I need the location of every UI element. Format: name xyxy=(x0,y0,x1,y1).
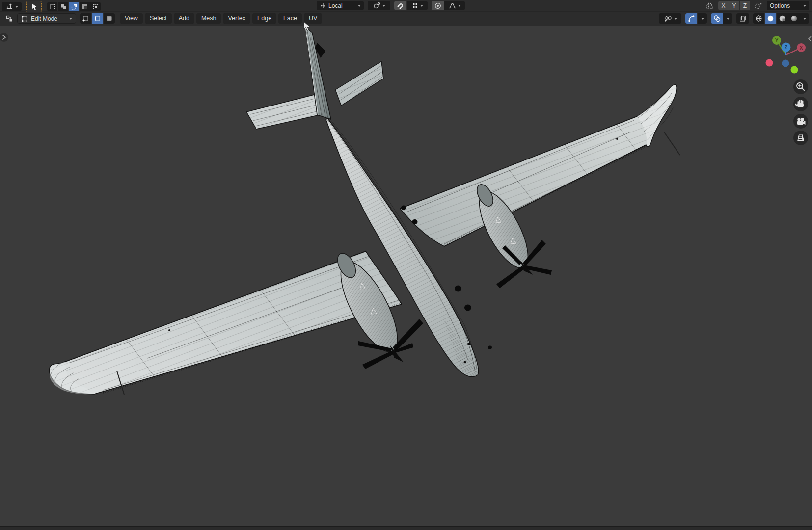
xray-icon xyxy=(739,15,746,23)
chevron-down-icon xyxy=(15,6,18,8)
proportional-projected-icon[interactable] xyxy=(754,2,763,10)
snap-increment-icon xyxy=(412,2,418,9)
proportional-editing-toggle[interactable] xyxy=(432,1,444,10)
overlays-group xyxy=(711,13,732,24)
orientation-label: Local xyxy=(328,3,343,9)
3d-viewport[interactable]: Y Z X xyxy=(0,0,812,530)
gizmo-axis-z-neg[interactable] xyxy=(782,60,789,67)
pivot-icon xyxy=(373,2,380,9)
menu-vertex[interactable]: Vertex xyxy=(223,13,250,24)
menu-add[interactable]: Add xyxy=(174,13,194,24)
editor-type-button[interactable] xyxy=(3,14,16,23)
show-overlays-toggle[interactable] xyxy=(711,13,723,24)
mode-label: Edit Mode xyxy=(31,16,57,22)
mirror-icon[interactable] xyxy=(704,2,714,10)
select-invert-icon xyxy=(81,3,88,10)
proportional-falloff-dropdown[interactable] xyxy=(444,1,465,10)
mesh-select-mode-group xyxy=(80,13,115,24)
object-visibility-dropdown[interactable] xyxy=(659,13,681,24)
rendered-sphere-icon xyxy=(790,15,798,22)
overlays-icon xyxy=(713,15,721,22)
material-preview-sphere-icon xyxy=(779,15,786,22)
face-select-icon xyxy=(106,15,113,22)
menu-view[interactable]: View xyxy=(120,13,143,24)
menu-edge[interactable]: Edge xyxy=(252,13,276,24)
gizmos-group xyxy=(685,13,707,24)
xray-toggle[interactable] xyxy=(736,13,749,24)
chevron-down-icon xyxy=(458,5,461,7)
select-intersect-button[interactable] xyxy=(90,2,101,11)
select-extend-icon xyxy=(60,3,67,10)
vertex-select-icon xyxy=(82,15,89,22)
select-extend-button[interactable] xyxy=(58,2,68,11)
magnet-icon xyxy=(397,2,404,9)
edit-mode-icon xyxy=(21,15,28,22)
overlays-dropdown[interactable] xyxy=(723,13,732,24)
gizmo-axis-x-neg[interactable] xyxy=(766,59,773,67)
menu-select[interactable]: Select xyxy=(145,13,172,24)
select-invert-button[interactable] xyxy=(80,2,90,11)
select-intersect-icon xyxy=(92,3,99,10)
mirror-x-label: X xyxy=(721,3,725,9)
face-select-button[interactable] xyxy=(104,13,115,24)
pivot-point-dropdown[interactable] xyxy=(368,1,390,10)
chevron-down-icon xyxy=(358,5,361,7)
mirror-z-button[interactable]: Z xyxy=(740,1,750,10)
options-dropdown[interactable]: Options xyxy=(767,1,809,10)
select-set-button[interactable] xyxy=(47,2,57,11)
editor-type-icon xyxy=(5,15,13,23)
wireframe-globe-icon xyxy=(755,15,762,22)
select-subtract-icon xyxy=(71,3,78,10)
camera-view-button[interactable] xyxy=(793,114,808,129)
header-menus: View Select Add Mesh Vertex Edge Face UV xyxy=(120,13,324,24)
viewport-header: Edit Mode View xyxy=(0,12,812,26)
chevron-down-icon xyxy=(420,5,423,7)
svg-text:Y: Y xyxy=(775,38,779,43)
snapping-group xyxy=(394,1,428,10)
select-subtract-button[interactable] xyxy=(69,2,79,11)
blender-window: { "tool_settings": { "orientation_label"… xyxy=(0,0,812,530)
snap-target-dropdown[interactable] xyxy=(407,1,428,10)
pan-hand-button[interactable] xyxy=(793,97,808,111)
menu-face[interactable]: Face xyxy=(278,13,302,24)
shading-material-button[interactable] xyxy=(777,13,788,24)
cursor-tool-icon xyxy=(30,3,37,11)
gizmo-icon xyxy=(688,15,695,22)
mode-selector-dropdown[interactable]: Edit Mode xyxy=(17,13,76,24)
zoom-button[interactable] xyxy=(793,80,808,94)
chevron-down-icon xyxy=(803,18,806,20)
svg-text:X: X xyxy=(800,45,803,51)
mirror-x-button[interactable]: X xyxy=(718,1,729,10)
active-tool-tweak[interactable] xyxy=(26,1,42,12)
gizmo-axis-y[interactable]: Y xyxy=(772,36,781,45)
chevron-down-icon xyxy=(803,5,806,7)
chevron-down-icon xyxy=(727,18,730,20)
shading-rendered-button[interactable] xyxy=(788,13,800,24)
transform-orientation-dropdown[interactable]: Local xyxy=(317,1,364,10)
solid-sphere-icon xyxy=(767,15,774,22)
gizmo-axis-x[interactable]: X xyxy=(797,43,806,52)
chevron-down-icon xyxy=(701,18,704,20)
mouse-cursor xyxy=(303,21,312,32)
visibility-eye-icon xyxy=(664,15,672,22)
mirror-y-button[interactable]: Y xyxy=(729,1,739,10)
mirror-y-label: Y xyxy=(732,3,736,9)
show-gizmos-toggle[interactable] xyxy=(685,13,697,24)
menu-mesh[interactable]: Mesh xyxy=(196,13,221,24)
shading-solid-button[interactable] xyxy=(765,13,776,24)
editor-type-selector[interactable] xyxy=(2,2,22,11)
vertex-select-button[interactable] xyxy=(80,13,91,24)
gizmo-axis-z[interactable]: Z xyxy=(782,43,791,52)
statusbar-edge xyxy=(0,526,812,530)
edge-select-button[interactable] xyxy=(92,13,103,24)
snap-toggle-button[interactable] xyxy=(394,1,406,10)
orthographic-toggle-button[interactable] xyxy=(793,131,808,145)
svg-text:Z: Z xyxy=(785,45,787,50)
shading-dropdown[interactable] xyxy=(800,13,809,24)
gizmo-axis-y-neg[interactable] xyxy=(791,66,798,74)
shading-mode-group xyxy=(753,13,809,24)
proportional-editing-icon xyxy=(434,2,441,9)
gizmos-dropdown[interactable] xyxy=(698,13,707,24)
shading-wireframe-button[interactable] xyxy=(753,13,764,24)
chevron-down-icon xyxy=(69,18,72,20)
